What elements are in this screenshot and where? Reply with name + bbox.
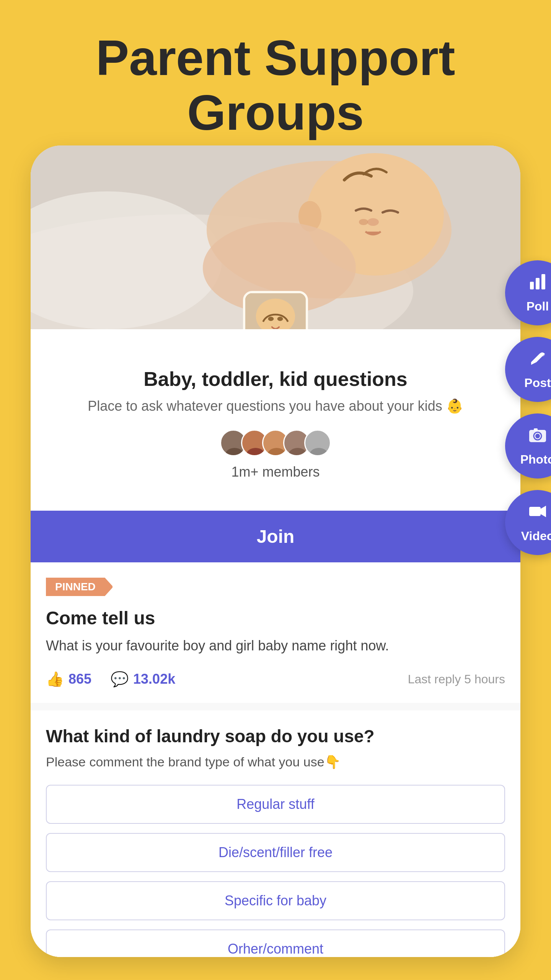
poll-fab-icon bbox=[528, 272, 547, 296]
poll-option-1[interactable]: Regular stuff bbox=[46, 785, 505, 824]
pinned-post-stats: 👍 865 💬 13.02k Last reply 5 hours bbox=[46, 671, 505, 688]
fab-post-button[interactable]: Post bbox=[505, 337, 551, 402]
pinned-post-body: What is your favourite boy and girl baby… bbox=[46, 636, 505, 655]
pinned-post: PINNED Come tell us What is your favouri… bbox=[31, 562, 520, 703]
group-description: Place to ask whatever questions you have… bbox=[46, 398, 505, 414]
hero-image bbox=[31, 145, 520, 329]
comments-count: 13.02k bbox=[133, 671, 175, 687]
poll-option-2[interactable]: Die/scent/filler free bbox=[46, 833, 505, 872]
svg-rect-26 bbox=[541, 274, 545, 289]
svg-point-18 bbox=[270, 434, 284, 448]
svg-point-11 bbox=[268, 317, 274, 321]
fab-poll-label: Poll bbox=[527, 299, 549, 314]
fab-photo-button[interactable]: Photo bbox=[505, 413, 551, 479]
svg-point-15 bbox=[225, 448, 244, 456]
svg-point-12 bbox=[277, 317, 283, 321]
svg-point-20 bbox=[291, 434, 305, 448]
fab-poll-button[interactable]: Poll bbox=[505, 260, 551, 325]
like-icon: 👍 bbox=[46, 671, 64, 688]
svg-point-17 bbox=[246, 448, 265, 456]
content-area: PINNED Come tell us What is your favouri… bbox=[31, 562, 520, 957]
likes-stat[interactable]: 👍 865 bbox=[46, 671, 91, 688]
svg-point-16 bbox=[249, 434, 262, 448]
phone-card: Baby, toddler, kid questions Place to as… bbox=[31, 145, 520, 957]
fab-video-label: Video bbox=[521, 529, 551, 543]
poll-title: What kind of laundry soap do you use? bbox=[46, 726, 505, 746]
comments-stat[interactable]: 💬 13.02k bbox=[111, 671, 175, 688]
poll-subtitle: Please comment the brand type of what yo… bbox=[46, 754, 505, 769]
join-button[interactable]: Join bbox=[31, 511, 520, 562]
svg-point-21 bbox=[288, 448, 307, 456]
svg-point-14 bbox=[228, 434, 241, 448]
svg-marker-32 bbox=[541, 506, 546, 517]
post-fab-icon bbox=[528, 349, 547, 372]
group-info: Baby, toddler, kid questions Place to as… bbox=[31, 329, 520, 511]
page-title: Parent SupportGroups bbox=[0, 0, 551, 163]
poll-option-4[interactable]: Orher/comment bbox=[46, 929, 505, 957]
fab-post-label: Post bbox=[524, 376, 551, 390]
svg-rect-25 bbox=[536, 278, 540, 289]
fab-photo-label: Photo bbox=[520, 452, 551, 467]
svg-rect-31 bbox=[529, 507, 541, 516]
poll-option-3[interactable]: Specific for baby bbox=[46, 881, 505, 920]
member-avatars bbox=[46, 430, 505, 456]
member-count: 1m+ members bbox=[46, 464, 505, 480]
svg-point-5 bbox=[359, 219, 368, 225]
photo-fab-icon bbox=[528, 425, 547, 449]
video-fab-icon bbox=[528, 502, 547, 525]
pinned-badge: PINNED bbox=[46, 578, 105, 596]
group-avatar bbox=[243, 291, 308, 329]
last-reply: Last reply 5 hours bbox=[408, 672, 505, 686]
svg-point-29 bbox=[535, 434, 540, 438]
poll-post: What kind of laundry soap do you use? Pl… bbox=[31, 710, 520, 957]
comment-icon: 💬 bbox=[111, 671, 129, 688]
svg-rect-24 bbox=[530, 282, 534, 289]
svg-rect-30 bbox=[534, 428, 538, 431]
fab-container: Poll Post Photo Video bbox=[505, 260, 551, 555]
svg-point-19 bbox=[267, 448, 286, 456]
group-name: Baby, toddler, kid questions bbox=[46, 368, 505, 390]
svg-point-22 bbox=[312, 434, 326, 448]
svg-point-23 bbox=[309, 448, 328, 456]
fab-video-button[interactable]: Video bbox=[505, 490, 551, 555]
svg-point-6 bbox=[367, 218, 379, 226]
likes-count: 865 bbox=[68, 671, 91, 687]
member-avatar-5 bbox=[304, 430, 331, 456]
pinned-post-title: Come tell us bbox=[46, 608, 505, 629]
